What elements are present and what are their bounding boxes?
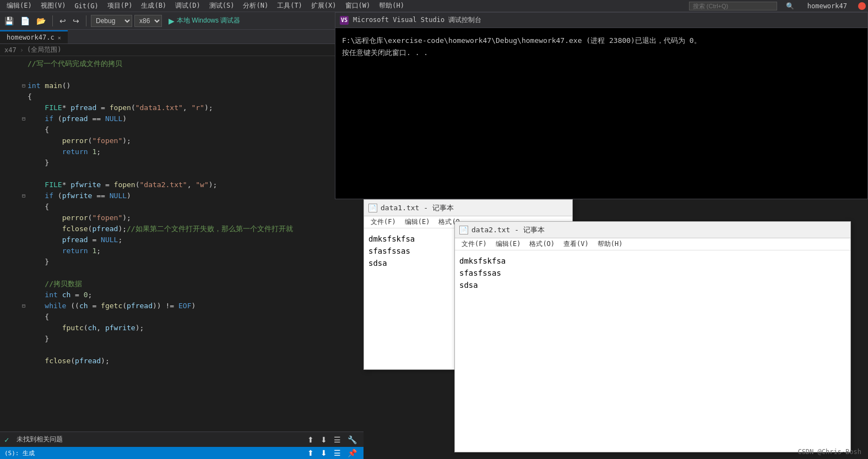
code-line: int ch = 0;	[0, 289, 364, 300]
status-btn-list[interactable]: ☰	[332, 448, 343, 458]
close-button[interactable]	[858, 2, 866, 10]
vs-icon: VS	[340, 16, 349, 25]
debug-console-window: VS Microsoft Visual Studio 调试控制台 F:\远程仓库…	[335, 12, 868, 199]
watermark: CSDN @Chris-Bosh	[798, 448, 861, 456]
panel-btn-4[interactable]: 🔧	[345, 435, 359, 445]
menu-analyze[interactable]: 分析(N)	[238, 0, 273, 12]
code-line: {	[0, 312, 364, 323]
code-line: pfread = NULL;	[0, 234, 364, 245]
notepad2-menu-help[interactable]: 帮助(H)	[593, 238, 627, 250]
notepad2-line1: dmksfskfsa	[459, 255, 846, 267]
debug-line2: 按任意键关闭此窗口. . .	[342, 47, 861, 59]
notepad2-titlebar: 📄 data2.txt - 记事本	[455, 222, 850, 238]
code-line: FILE* pfwrite = fopen("data2.txt", "w");	[0, 179, 364, 190]
code-line	[0, 267, 364, 278]
tab-homework47[interactable]: homework47.c ✕	[0, 30, 68, 43]
code-line: }	[0, 157, 364, 168]
status-bar: (S): 生成 ⬆ ⬇ ☰ 📌	[0, 447, 364, 459]
code-line: ⊟ while ((ch = fgetc(pfread)) != EOF)	[0, 300, 364, 312]
menu-git[interactable]: Git(G)	[70, 1, 102, 11]
undo-button[interactable]: ↩	[57, 15, 68, 26]
separator2	[86, 15, 86, 26]
arch-dropdown[interactable]: x86 x64	[134, 15, 162, 27]
code-line	[0, 168, 364, 179]
code-line: }	[0, 256, 364, 267]
code-line: return 1;	[0, 245, 364, 256]
notepad2-line3: sdsa	[459, 279, 846, 291]
search-input[interactable]	[689, 2, 777, 10]
play-icon: ▶	[169, 17, 175, 25]
tab-label: homework47.c	[7, 34, 55, 41]
code-line: return 1;	[0, 146, 364, 157]
run-button[interactable]: ▶ 本地 Windows 调试器	[164, 15, 245, 26]
status-btn-up[interactable]: ⬆	[305, 448, 316, 458]
window-title: homework47	[803, 1, 851, 11]
notepad2-window: 📄 data2.txt - 记事本 文件(F) 编辑(E) 格式(O) 查看(V…	[454, 221, 851, 452]
notepad2-line2: sfasfssas	[459, 267, 846, 279]
open-folder-button[interactable]: 📂	[34, 15, 48, 26]
notepad2-body: dmksfskfsa sfasfssas sdsa	[455, 250, 850, 452]
code-line: fclose(pfread);//如果第二个文件打开失败，那么第一个文件打开就	[0, 223, 364, 234]
notepad1-titlebar: 📄 data1.txt - 记事本	[364, 200, 572, 216]
run-label: 本地 Windows 调试器	[177, 16, 240, 25]
menu-project[interactable]: 项目(P)	[103, 0, 137, 12]
bottom-build-panel: ✓ 未找到相关问题 ⬆ ⬇ ☰ 🔧	[0, 431, 364, 447]
menu-build[interactable]: 生成(B)	[137, 0, 171, 12]
code-editor[interactable]: //写一个代码完成文件的拷贝 ⊟ int main() { FILE* pfre…	[0, 56, 364, 408]
menu-tools[interactable]: 工具(T)	[273, 0, 307, 12]
status-ok-icon: ✓	[4, 435, 9, 444]
code-line: ⊟ if (pfwrite == NULL)	[0, 190, 364, 201]
menu-view[interactable]: 视图(V)	[36, 0, 70, 12]
notepad1-menu-edit[interactable]: 编辑(E)	[400, 216, 435, 228]
debug-mode-dropdown[interactable]: Debug Release	[91, 15, 132, 27]
breadcrumb-bar: x47 › (全局范围)	[0, 44, 364, 56]
code-line: {	[0, 201, 364, 212]
menu-bar: 编辑(E) 视图(V) Git(G) 项目(P) 生成(B) 调试(D) 测试(…	[0, 0, 868, 12]
search-area: 🔍 homework47	[689, 1, 866, 11]
breadcrumb-left[interactable]: x47	[4, 46, 17, 54]
breadcrumb-right[interactable]: (全局范围)	[27, 45, 61, 54]
menu-help[interactable]: 帮助(H)	[375, 0, 409, 12]
tab-close-button[interactable]: ✕	[58, 35, 61, 41]
code-line: fputc(ch, pfwrite);	[0, 323, 364, 334]
code-line: {	[0, 124, 364, 135]
save-button[interactable]: 💾	[2, 15, 16, 26]
code-line: fclose(pfread);	[0, 356, 364, 367]
notepad2-icon: 📄	[459, 226, 468, 234]
debug-line1: F:\远程仓库\exercise-code\homework47\Debug\h…	[342, 35, 861, 47]
code-content: //写一个代码完成文件的拷贝 ⊟ int main() { FILE* pfre…	[0, 56, 364, 369]
separator	[52, 15, 53, 26]
code-line: ⊟ if (pfread == NULL)	[0, 113, 364, 124]
debug-titlebar: VS Microsoft Visual Studio 调试控制台	[335, 13, 867, 28]
status-message: 未找到相关问题	[17, 435, 63, 444]
notepad2-menu-file[interactable]: 文件(F)	[457, 238, 491, 250]
new-file-button[interactable]: 📄	[18, 15, 32, 26]
panel-btn-1[interactable]: ⬆	[305, 435, 316, 445]
tab-bar: homework47.c ✕	[0, 30, 364, 44]
menu-debug[interactable]: 调试(D)	[171, 0, 205, 12]
code-line: }	[0, 334, 364, 345]
build-label: (S): 生成	[4, 449, 35, 457]
notepad2-menu-view[interactable]: 查看(V)	[559, 238, 593, 250]
panel-btn-3[interactable]: ☰	[332, 435, 343, 445]
status-btn-down[interactable]: ⬇	[318, 448, 329, 458]
notepad2-menu-format[interactable]: 格式(O)	[525, 238, 559, 250]
redo-button[interactable]: ↪	[70, 15, 82, 26]
notepad1-title: data1.txt - 记事本	[381, 203, 454, 213]
menu-extensions[interactable]: 扩展(X)	[307, 0, 341, 12]
notepad2-menu-edit[interactable]: 编辑(E)	[491, 238, 525, 250]
search-icon[interactable]: 🔍	[782, 1, 799, 11]
menu-test[interactable]: 测试(S)	[205, 0, 239, 12]
code-line	[0, 69, 364, 80]
notepad1-menu-file[interactable]: 文件(F)	[366, 216, 400, 228]
menu-window[interactable]: 窗口(W)	[341, 0, 375, 12]
menu-edit[interactable]: 编辑(E)	[2, 0, 36, 12]
code-line: perror("fopen");	[0, 212, 364, 223]
panel-btn-2[interactable]: ⬇	[318, 435, 329, 445]
notepad2-menubar: 文件(F) 编辑(E) 格式(O) 查看(V) 帮助(H)	[455, 238, 850, 250]
status-btn-pin[interactable]: 📌	[345, 448, 359, 458]
notepad2-title: data2.txt - 记事本	[471, 225, 545, 235]
breadcrumb-sep: ›	[20, 46, 24, 54]
code-line: perror("fopen");	[0, 135, 364, 146]
code-line: FILE* pfread = fopen("data1.txt", "r");	[0, 102, 364, 113]
